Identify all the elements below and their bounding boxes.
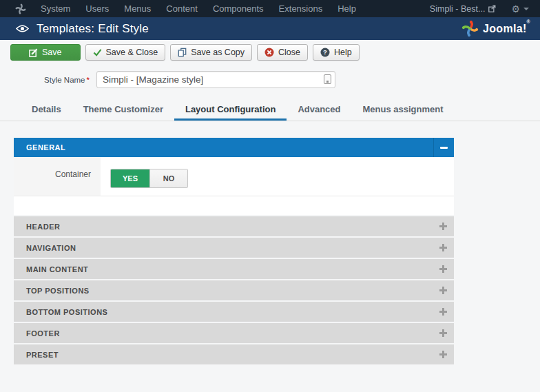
toolbar: Save Save & Close Save as Copy Close [0, 40, 540, 61]
save-label: Save [42, 48, 62, 57]
general-panel-body: Container YES NO [14, 157, 454, 215]
accordion-title-footer: FOOTER [26, 329, 60, 338]
autofill-extension-icon[interactable] [324, 74, 331, 84]
external-link-icon [488, 5, 496, 12]
save-button[interactable]: Save [10, 44, 81, 61]
save-as-copy-button[interactable]: Save as Copy [170, 44, 252, 61]
style-name-input-wrap [96, 71, 335, 88]
topbar-right: Simpli - Best... ⚙ [430, 4, 532, 14]
style-name-input[interactable] [96, 71, 335, 88]
menu-item-content[interactable]: Content [158, 0, 205, 17]
plus-icon[interactable] [439, 351, 447, 358]
container-no-button[interactable]: NO [149, 169, 187, 187]
container-toggle-group: YES NO [110, 169, 188, 188]
settings-dropdown-button[interactable]: ⚙ [511, 4, 529, 14]
layout-configuration-panel: GENERAL Container YES NO [14, 138, 454, 364]
joomla-logo-icon [461, 20, 479, 37]
style-name-row: Style Name* [0, 71, 540, 88]
accordion-title-preset: PRESET [26, 351, 59, 359]
save-as-copy-label: Save as Copy [191, 48, 245, 57]
menu-item-help[interactable]: Help [330, 0, 364, 17]
save-and-close-label: Save & Close [106, 48, 158, 57]
required-star: * [87, 76, 90, 84]
accordion-header-general[interactable]: GENERAL [14, 138, 454, 157]
plus-icon[interactable] [439, 265, 447, 273]
menu-item-components[interactable]: Components [205, 0, 271, 17]
tab-menus-assignment[interactable]: Menus assignment [352, 97, 455, 121]
gear-icon: ⚙ [511, 4, 520, 14]
accordion-header-header[interactable]: HEADER [14, 216, 454, 236]
container-label: Container [14, 157, 101, 196]
tab-details[interactable]: Details [21, 97, 72, 121]
accordion-header-main-content[interactable]: MAIN CONTENT [14, 259, 454, 279]
close-label: Close [278, 48, 300, 57]
preview-site-link[interactable]: Simpli - Best... [430, 4, 497, 14]
plus-icon[interactable] [439, 308, 447, 316]
accordion-title-bottom-positions: BOTTOM POSITIONS [26, 308, 107, 316]
joomla-logo: Joomla!® [461, 20, 530, 37]
accordion-title-main-content: MAIN CONTENT [26, 265, 88, 274]
container-control: YES NO [101, 157, 188, 196]
menu-item-menus[interactable]: Menus [116, 0, 158, 17]
menu-item-extensions[interactable]: Extensions [271, 0, 331, 17]
accordion-panel-general: GENERAL Container YES NO [14, 138, 454, 215]
general-panel-empty-row [14, 196, 454, 215]
accordion-title-top-positions: TOP POSITIONS [26, 287, 90, 295]
menu-item-users[interactable]: Users [78, 0, 116, 17]
admin-menubar: System Users Menus Content Components Ex… [0, 0, 540, 17]
accordion-header-preset[interactable]: PRESET [14, 344, 454, 364]
close-button[interactable]: Close [257, 44, 308, 61]
save-and-close-button[interactable]: Save & Close [85, 44, 166, 61]
accordion-header-bottom-positions[interactable]: BOTTOM POSITIONS [14, 302, 454, 322]
plus-icon[interactable] [439, 223, 447, 230]
minus-icon [440, 147, 448, 149]
tab-layout-configuration[interactable]: Layout Configuration [174, 97, 287, 121]
svg-text:?: ? [323, 48, 327, 56]
joomla-admin-window: System Users Menus Content Components Ex… [0, 0, 540, 392]
accordion-title-header: HEADER [26, 223, 60, 231]
tab-advanced[interactable]: Advanced [287, 97, 351, 121]
menu-item-system[interactable]: System [33, 0, 78, 17]
plus-icon[interactable] [439, 244, 447, 251]
site-name-label: Simpli - Best... [430, 4, 486, 14]
tab-theme-customizer[interactable]: Theme Customizer [72, 97, 174, 121]
accordion-title-general: GENERAL [26, 143, 65, 152]
style-name-label: Style Name* [0, 76, 96, 84]
accordion-header-top-positions[interactable]: TOP POSITIONS [14, 280, 454, 300]
page-title: Templates: Edit Style [37, 22, 149, 36]
question-icon: ? [320, 48, 330, 57]
accordion-header-footer[interactable]: FOOTER [14, 323, 454, 343]
caret-down-icon [523, 8, 529, 10]
plus-icon[interactable] [439, 329, 447, 337]
save-icon [29, 48, 38, 57]
edit-style-tabs: Details Theme Customizer Layout Configur… [0, 97, 540, 121]
help-label: Help [334, 48, 352, 57]
collapse-toggle-general[interactable] [433, 138, 454, 157]
eye-icon [16, 24, 29, 33]
admin-menu: System Users Menus Content Components Ex… [33, 0, 364, 17]
copy-icon [178, 48, 187, 57]
container-setting-row: Container YES NO [14, 157, 454, 196]
joomla-wordmark: Joomla!® [483, 23, 530, 35]
joomla-mark-icon [15, 3, 26, 14]
close-icon [264, 48, 274, 57]
accordion-header-navigation[interactable]: NAVIGATION [14, 238, 454, 258]
accordion-title-navigation: NAVIGATION [26, 244, 76, 252]
page-titlebar: Templates: Edit Style Joomla!® [0, 17, 540, 40]
help-button[interactable]: ? Help [313, 44, 360, 61]
container-yes-button[interactable]: YES [111, 169, 149, 187]
plus-icon[interactable] [439, 287, 447, 294]
check-icon [93, 48, 102, 56]
